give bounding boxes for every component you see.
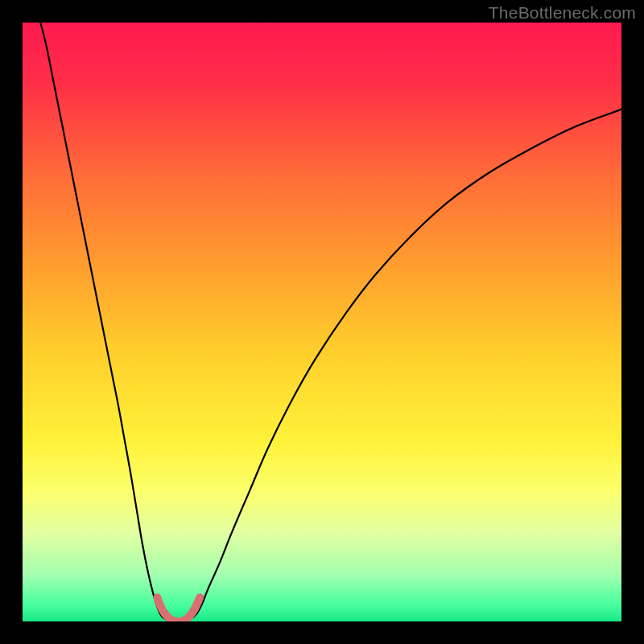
plot-area <box>23 23 621 621</box>
watermark-text: TheBottleneck.com <box>489 3 636 23</box>
chart-svg <box>23 23 621 621</box>
chart-frame: TheBottleneck.com <box>0 0 644 644</box>
gradient-background <box>23 23 621 621</box>
